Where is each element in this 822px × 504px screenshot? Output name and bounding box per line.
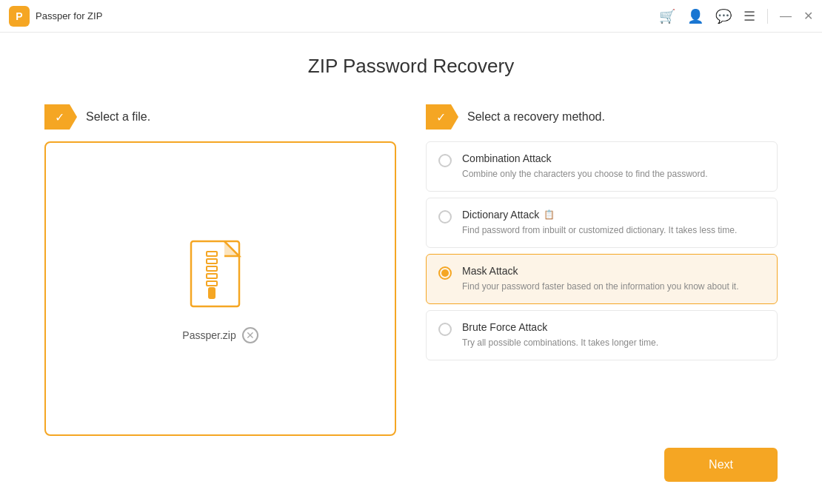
radio-mask-inner [441, 269, 449, 277]
app-icon: P [9, 6, 30, 27]
right-section-label: Select a recovery method. [467, 110, 605, 124]
svg-rect-6 [208, 287, 215, 299]
radio-combination[interactable] [438, 154, 452, 167]
option-mask[interactable]: Mask Attack Find your password faster ba… [426, 254, 778, 304]
radio-dictionary[interactable] [438, 210, 452, 224]
user-icon[interactable]: 👤 [687, 8, 704, 24]
minimize-button[interactable]: — [780, 10, 792, 23]
left-section-header: ✓ Select a file. [44, 104, 396, 130]
option-dictionary-desc: Find password from inbuilt or customized… [462, 224, 737, 237]
left-section-label: Select a file. [86, 110, 150, 124]
close-button[interactable]: ✕ [803, 9, 813, 23]
file-name: Passper.zip [182, 329, 235, 341]
left-panel: ✓ Select a file. [44, 104, 396, 436]
file-drop-zone[interactable]: Passper.zip ✕ [44, 141, 396, 436]
left-step-badge: ✓ [44, 104, 77, 130]
option-combination[interactable]: Combination Attack Combine only the char… [426, 141, 778, 192]
option-dictionary[interactable]: Dictionary Attack 📋 Find password from i… [426, 198, 778, 248]
bottom-bar: Next [44, 436, 778, 482]
option-bruteforce-desc: Try all possible combinations. It takes … [462, 336, 658, 349]
remove-file-button[interactable]: ✕ [242, 327, 258, 343]
separator [767, 9, 768, 24]
main-content: ZIP Password Recovery ✓ Select a file. [0, 33, 822, 504]
page-title: ZIP Password Recovery [44, 55, 778, 78]
dictionary-info-icon: 📋 [544, 209, 555, 220]
next-button[interactable]: Next [664, 448, 778, 482]
cart-icon[interactable]: 🛒 [659, 8, 675, 24]
recovery-options: Combination Attack Combine only the char… [426, 141, 778, 360]
option-dictionary-title: Dictionary Attack 📋 [462, 209, 737, 221]
option-combination-desc: Combine only the characters you choose t… [462, 167, 708, 181]
radio-mask[interactable] [438, 266, 452, 280]
left-check-icon: ✓ [55, 110, 64, 124]
window-controls: 🛒 👤 💬 ☰ — ✕ [659, 8, 813, 24]
option-combination-title: Combination Attack [462, 152, 708, 164]
option-mask-title: Mask Attack [462, 265, 739, 277]
app-title: Passper for ZIP [36, 10, 653, 21]
title-bar: P Passper for ZIP 🛒 👤 💬 ☰ — ✕ [0, 0, 822, 33]
right-panel: ✓ Select a recovery method. Combination … [426, 104, 778, 436]
radio-bruteforce[interactable] [438, 323, 452, 336]
chat-icon[interactable]: 💬 [715, 8, 732, 24]
right-section-header: ✓ Select a recovery method. [426, 104, 778, 130]
option-bruteforce-title: Brute Force Attack [462, 321, 658, 333]
option-bruteforce[interactable]: Brute Force Attack Try all possible comb… [426, 310, 778, 360]
right-step-badge: ✓ [426, 104, 458, 130]
option-mask-desc: Find your password faster based on the i… [462, 280, 739, 293]
menu-icon[interactable]: ☰ [744, 8, 755, 24]
right-check-icon: ✓ [436, 110, 446, 124]
file-name-row: Passper.zip ✕ [182, 327, 258, 343]
content-row: ✓ Select a file. [44, 104, 778, 436]
zip-file-icon [187, 234, 254, 315]
